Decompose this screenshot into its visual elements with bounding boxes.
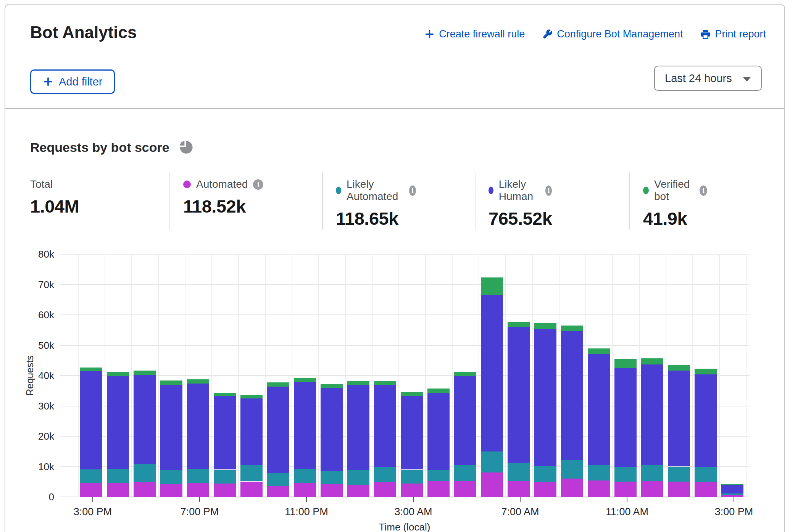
- bar-segment-automated[interactable]: [134, 482, 156, 497]
- bar-segment-verified-bot[interactable]: [721, 484, 743, 485]
- bar-segment-automated[interactable]: [160, 484, 182, 497]
- bar-segment-likely-human[interactable]: [294, 382, 316, 469]
- bar-segment-likely-automated[interactable]: [374, 467, 396, 482]
- bar-segment-verified-bot[interactable]: [107, 372, 129, 376]
- bar-segment-verified-bot[interactable]: [160, 380, 182, 385]
- bar-segment-likely-human[interactable]: [695, 374, 717, 467]
- bar-segment-verified-bot[interactable]: [214, 393, 236, 396]
- bar-segment-automated[interactable]: [721, 495, 743, 497]
- action-link-create-firewall-rule[interactable]: Create firewall rule: [424, 28, 525, 40]
- bar-segment-likely-human[interactable]: [534, 329, 556, 466]
- bar-segment-likely-human[interactable]: [588, 354, 610, 466]
- bar-segment-likely-human[interactable]: [347, 385, 369, 470]
- bar-segment-automated[interactable]: [240, 482, 263, 497]
- bar-segment-verified-bot[interactable]: [561, 326, 583, 331]
- bar-segment-verified-bot[interactable]: [374, 381, 396, 385]
- bar-segment-automated[interactable]: [508, 481, 530, 497]
- bar-segment-automated[interactable]: [267, 486, 289, 497]
- bar-segment-likely-human[interactable]: [267, 387, 289, 473]
- bar-segment-verified-bot[interactable]: [187, 379, 209, 384]
- bar-segment-likely-automated[interactable]: [481, 451, 503, 473]
- bar-segment-automated[interactable]: [214, 484, 236, 497]
- bar-segment-verified-bot[interactable]: [534, 323, 556, 329]
- bar-segment-likely-human[interactable]: [561, 331, 583, 460]
- bar-segment-likely-automated[interactable]: [214, 470, 236, 484]
- bar-segment-likely-human[interactable]: [187, 384, 209, 469]
- bar-segment-likely-human[interactable]: [134, 375, 156, 464]
- bar-segment-likely-automated[interactable]: [721, 493, 743, 495]
- bar-segment-verified-bot[interactable]: [588, 348, 610, 354]
- info-icon[interactable]: i: [409, 185, 416, 196]
- bar-segment-likely-human[interactable]: [80, 371, 102, 469]
- bar-segment-automated[interactable]: [321, 484, 343, 497]
- bar-segment-likely-automated[interactable]: [80, 469, 102, 483]
- bar-segment-verified-bot[interactable]: [481, 277, 503, 295]
- bar-segment-likely-human[interactable]: [160, 385, 182, 470]
- bar-segment-automated[interactable]: [80, 483, 102, 497]
- bar-segment-automated[interactable]: [695, 482, 717, 497]
- info-icon[interactable]: i: [700, 185, 707, 196]
- bar-segment-automated[interactable]: [588, 480, 610, 497]
- bar-segment-likely-human[interactable]: [481, 295, 503, 451]
- bar-segment-automated[interactable]: [374, 482, 396, 497]
- info-icon[interactable]: i: [253, 179, 263, 190]
- bar-segment-likely-automated[interactable]: [427, 470, 450, 481]
- bar-segment-likely-human[interactable]: [107, 376, 129, 469]
- bar-segment-automated[interactable]: [187, 483, 209, 497]
- bar-segment-likely-automated[interactable]: [347, 470, 369, 485]
- bar-segment-likely-automated[interactable]: [588, 465, 610, 480]
- bar-segment-automated[interactable]: [347, 485, 369, 497]
- bar-segment-likely-human[interactable]: [721, 485, 743, 493]
- bar-segment-likely-automated[interactable]: [107, 469, 129, 483]
- bar-segment-likely-human[interactable]: [321, 388, 343, 472]
- bar-segment-likely-automated[interactable]: [668, 467, 690, 482]
- bar-segment-verified-bot[interactable]: [695, 369, 717, 374]
- bar-segment-verified-bot[interactable]: [668, 365, 690, 371]
- bar-segment-likely-human[interactable]: [240, 398, 263, 466]
- bar-segment-verified-bot[interactable]: [641, 358, 663, 364]
- bar-segment-likely-automated[interactable]: [695, 467, 717, 482]
- bar-segment-automated[interactable]: [481, 472, 503, 497]
- bar-segment-verified-bot[interactable]: [427, 389, 450, 393]
- action-link-print-report[interactable]: Print report: [700, 28, 766, 40]
- bar-segment-likely-automated[interactable]: [534, 466, 556, 482]
- bar-segment-automated[interactable]: [401, 484, 423, 497]
- bar-segment-automated[interactable]: [107, 483, 129, 497]
- bar-segment-verified-bot[interactable]: [240, 395, 263, 398]
- add-filter-button[interactable]: Add filter: [30, 69, 115, 94]
- bar-segment-likely-human[interactable]: [214, 396, 236, 469]
- bar-segment-likely-human[interactable]: [454, 376, 476, 466]
- bar-segment-verified-bot[interactable]: [347, 381, 369, 385]
- bar-segment-automated[interactable]: [614, 482, 637, 497]
- bar-segment-likely-automated[interactable]: [641, 465, 663, 481]
- bar-segment-likely-automated[interactable]: [454, 465, 476, 481]
- bar-segment-verified-bot[interactable]: [134, 371, 156, 375]
- bar-segment-likely-automated[interactable]: [187, 469, 209, 483]
- bar-segment-automated[interactable]: [427, 481, 450, 497]
- bar-segment-likely-automated[interactable]: [614, 467, 637, 482]
- bar-segment-likely-automated[interactable]: [294, 469, 316, 483]
- bar-segment-likely-human[interactable]: [374, 385, 396, 467]
- bar-segment-verified-bot[interactable]: [80, 368, 102, 371]
- bar-segment-automated[interactable]: [641, 481, 663, 497]
- bar-segment-automated[interactable]: [668, 482, 690, 497]
- bar-segment-verified-bot[interactable]: [401, 392, 423, 396]
- bar-segment-likely-human[interactable]: [668, 371, 690, 466]
- bar-segment-verified-bot[interactable]: [321, 384, 343, 388]
- bar-segment-likely-human[interactable]: [614, 368, 637, 467]
- bar-segment-likely-human[interactable]: [401, 396, 423, 469]
- bar-segment-likely-automated[interactable]: [134, 464, 156, 482]
- bar-segment-automated[interactable]: [561, 479, 583, 497]
- bar-segment-likely-automated[interactable]: [508, 463, 530, 481]
- bar-segment-likely-automated[interactable]: [160, 470, 182, 484]
- bar-segment-verified-bot[interactable]: [614, 359, 637, 368]
- bar-segment-automated[interactable]: [294, 483, 316, 497]
- bar-segment-likely-automated[interactable]: [401, 470, 423, 484]
- bar-segment-verified-bot[interactable]: [508, 322, 530, 327]
- time-range-dropdown[interactable]: Last 24 hours: [654, 66, 762, 91]
- action-link-configure-bot-management[interactable]: Configure Bot Management: [542, 28, 683, 40]
- bar-segment-automated[interactable]: [534, 482, 556, 497]
- bar-segment-likely-automated[interactable]: [240, 465, 263, 481]
- bar-segment-verified-bot[interactable]: [267, 382, 289, 387]
- bar-segment-likely-automated[interactable]: [267, 473, 289, 485]
